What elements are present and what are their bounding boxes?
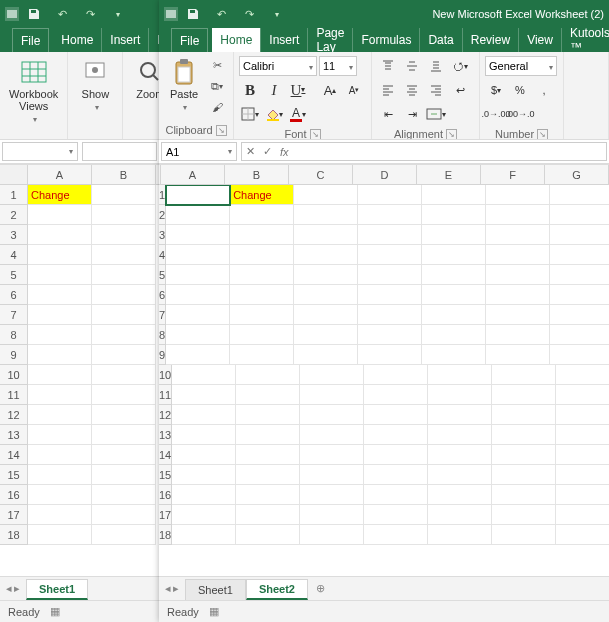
- cell[interactable]: [300, 445, 364, 465]
- qat-dropdown-icon[interactable]: ▾: [266, 5, 288, 23]
- font-color-button[interactable]: A▾: [287, 104, 309, 124]
- name-box[interactable]: ▾: [2, 142, 78, 161]
- italic-button[interactable]: I: [263, 80, 285, 100]
- row-header[interactable]: 10: [159, 365, 172, 385]
- cell[interactable]: [28, 425, 92, 445]
- row-header[interactable]: 18: [159, 525, 172, 545]
- col-header[interactable]: F: [481, 165, 545, 184]
- cell[interactable]: [92, 465, 156, 485]
- cell[interactable]: [550, 205, 609, 225]
- cell[interactable]: [172, 385, 236, 405]
- row-header[interactable]: 6: [0, 285, 28, 305]
- col-header-A[interactable]: A: [28, 165, 92, 184]
- cell[interactable]: [422, 185, 486, 205]
- save-icon[interactable]: [23, 5, 45, 23]
- cell[interactable]: [492, 365, 556, 385]
- cell[interactable]: [358, 205, 422, 225]
- copy-icon[interactable]: ⧉▾: [206, 77, 228, 95]
- dialog-launcher-icon[interactable]: ↘: [216, 125, 227, 136]
- cell[interactable]: [92, 245, 156, 265]
- cell[interactable]: [28, 365, 92, 385]
- cell[interactable]: [294, 305, 358, 325]
- cell[interactable]: [28, 405, 92, 425]
- cell[interactable]: [28, 205, 92, 225]
- format-painter-icon[interactable]: 🖌: [206, 98, 228, 116]
- select-all-corner[interactable]: [0, 165, 28, 184]
- cell[interactable]: [486, 205, 550, 225]
- cell[interactable]: [492, 445, 556, 465]
- cell[interactable]: [428, 425, 492, 445]
- cell[interactable]: [230, 345, 294, 365]
- cell[interactable]: [230, 205, 294, 225]
- cell[interactable]: [300, 425, 364, 445]
- align-right-icon[interactable]: [425, 80, 447, 100]
- cell[interactable]: [428, 405, 492, 425]
- cell[interactable]: [486, 345, 550, 365]
- col-header[interactable]: A: [161, 165, 225, 184]
- row-header[interactable]: 12: [159, 405, 172, 425]
- enter-icon[interactable]: ✓: [263, 145, 272, 158]
- cell[interactable]: [422, 285, 486, 305]
- cell[interactable]: [364, 465, 428, 485]
- underline-button[interactable]: U▾: [287, 80, 309, 100]
- tab-insert[interactable]: Insert: [261, 28, 307, 52]
- cell[interactable]: [428, 525, 492, 545]
- cell[interactable]: [92, 405, 156, 425]
- cell[interactable]: [294, 285, 358, 305]
- borders-button[interactable]: ▾: [239, 104, 261, 124]
- row-header[interactable]: 4: [159, 245, 166, 265]
- cell[interactable]: [358, 245, 422, 265]
- cell[interactable]: [300, 525, 364, 545]
- cell[interactable]: [92, 285, 156, 305]
- cell[interactable]: [428, 465, 492, 485]
- orientation-icon[interactable]: ⭯▾: [449, 56, 471, 76]
- col-header[interactable]: E: [417, 165, 481, 184]
- cell[interactable]: [236, 505, 300, 525]
- cell[interactable]: [92, 325, 156, 345]
- sheet-tab-sheet1[interactable]: Sheet1: [185, 579, 246, 600]
- cell[interactable]: [300, 485, 364, 505]
- cell[interactable]: [364, 405, 428, 425]
- row-header[interactable]: 4: [0, 245, 28, 265]
- cell[interactable]: [428, 445, 492, 465]
- undo-icon[interactable]: ↶: [210, 5, 232, 23]
- cell[interactable]: [92, 425, 156, 445]
- cell[interactable]: [230, 285, 294, 305]
- font-size-combo[interactable]: 11: [319, 56, 357, 76]
- cell[interactable]: [236, 425, 300, 445]
- cell[interactable]: [166, 185, 230, 205]
- row-header[interactable]: 11: [0, 385, 28, 405]
- cell[interactable]: [166, 345, 230, 365]
- cell[interactable]: [300, 505, 364, 525]
- increase-decimal-icon[interactable]: .0→.00: [485, 104, 507, 124]
- cell[interactable]: [358, 185, 422, 205]
- align-left-icon[interactable]: [377, 80, 399, 100]
- cell[interactable]: [172, 485, 236, 505]
- cell[interactable]: [492, 525, 556, 545]
- align-middle-icon[interactable]: [401, 56, 423, 76]
- save-icon[interactable]: [182, 5, 204, 23]
- cell[interactable]: [172, 445, 236, 465]
- cell[interactable]: [492, 405, 556, 425]
- cell[interactable]: [556, 465, 609, 485]
- macro-record-icon[interactable]: ▦: [50, 605, 60, 618]
- row-header[interactable]: 3: [159, 225, 166, 245]
- cell[interactable]: [422, 325, 486, 345]
- cell[interactable]: [550, 185, 609, 205]
- zoom-button[interactable]: Zoom: [128, 56, 159, 102]
- cell[interactable]: [236, 525, 300, 545]
- cell[interactable]: [28, 505, 92, 525]
- cell[interactable]: [28, 305, 92, 325]
- redo-icon[interactable]: ↷: [238, 5, 260, 23]
- cell[interactable]: [28, 385, 92, 405]
- cell[interactable]: [422, 205, 486, 225]
- qat-dropdown-icon[interactable]: ▾: [107, 5, 129, 23]
- percent-format-icon[interactable]: %: [509, 80, 531, 100]
- cell[interactable]: [230, 265, 294, 285]
- cell[interactable]: [166, 325, 230, 345]
- cell[interactable]: [92, 445, 156, 465]
- sheet-tab-sheet1[interactable]: Sheet1: [26, 579, 88, 600]
- align-top-icon[interactable]: [377, 56, 399, 76]
- cell[interactable]: [364, 425, 428, 445]
- cell[interactable]: Change: [28, 185, 92, 205]
